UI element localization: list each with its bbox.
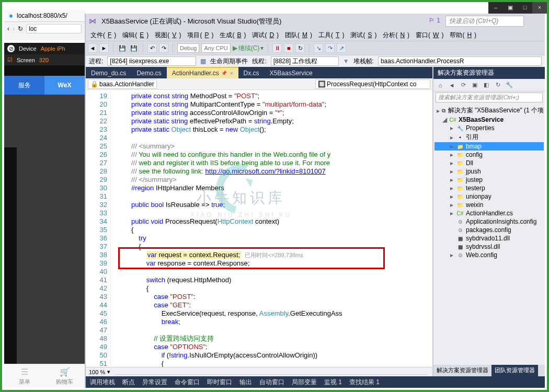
tree-item[interactable]: Dll <box>466 159 473 167</box>
member-combo[interactable]: 🔲 ProcessRequest(HttpContext co <box>315 79 430 89</box>
showall-icon[interactable]: ◧ <box>482 80 491 90</box>
menu-debug[interactable]: 调试(D) <box>249 30 281 40</box>
props-icon[interactable]: 🔧 <box>505 80 514 90</box>
tree-item[interactable]: weixin <box>466 201 483 209</box>
foot-exceptions[interactable]: 异常设置 <box>142 378 167 387</box>
solution-search-input[interactable]: 搜索解决方案资源管理器(Ctrl+;) <box>436 93 543 102</box>
undo-icon[interactable]: ↶ <box>147 43 157 53</box>
expand-icon[interactable]: ▸ <box>437 107 440 114</box>
tab-demo[interactable]: Demo.cs <box>131 68 166 78</box>
menu-file[interactable]: 文件(F) <box>88 30 119 40</box>
continue-button[interactable]: ▶ 继续(C) ▾ <box>233 44 264 53</box>
solution-root[interactable]: 解决方案 "X5BaasService" (1 个项 <box>448 106 544 115</box>
nav-back-icon[interactable]: ‹ <box>7 25 9 32</box>
redo-icon[interactable]: ↷ <box>159 43 168 53</box>
pin-icon[interactable]: 📌 <box>221 71 227 76</box>
pause-icon[interactable]: ⏸ <box>272 43 282 53</box>
min-icon[interactable]: – <box>488 2 503 14</box>
process-combo[interactable]: [8264] iisexpress.exe <box>107 56 196 66</box>
foot-immediate[interactable]: 即时窗口 <box>207 378 232 387</box>
sync-icon[interactable]: ⟳ <box>459 80 468 90</box>
nav-fwd-icon[interactable]: › <box>13 25 15 32</box>
url-input[interactable]: loc <box>26 24 82 33</box>
tab-solution-explorer[interactable]: 解决方案资源管理器 <box>433 365 491 376</box>
nav-menu[interactable]: ☰菜单 <box>4 364 44 388</box>
tab-wex[interactable]: WeX <box>44 76 85 95</box>
tree-item[interactable]: testerp <box>466 185 485 192</box>
device-model[interactable]: Apple iPh <box>41 45 65 52</box>
menu-help[interactable]: 帮助(H) <box>447 30 479 40</box>
foot-watch[interactable]: 监视 1 <box>324 378 342 387</box>
tree-item[interactable]: Properties <box>466 124 495 132</box>
foot-locals[interactable]: 局部变量 <box>292 378 317 387</box>
check-icon[interactable]: ☑ <box>7 56 13 63</box>
nav-reload-icon[interactable]: ↻ <box>18 25 23 32</box>
home-icon[interactable]: ⌂ <box>436 80 445 90</box>
tree-item[interactable]: justep <box>466 176 483 183</box>
screen-width[interactable]: 320 <box>39 57 49 63</box>
stop-icon[interactable]: ■ <box>284 43 293 53</box>
save-icon[interactable]: 💾 <box>118 43 127 53</box>
max-icon[interactable]: □ <box>518 2 532 14</box>
tab-dx[interactable]: Dx.cs <box>238 68 265 78</box>
step-into-icon[interactable]: ↘ <box>314 43 323 53</box>
config-combo[interactable]: Debug <box>177 43 199 53</box>
foot-breakpoints[interactable]: 断点 <box>122 378 135 387</box>
foot-autos[interactable]: 自动窗口 <box>259 378 284 387</box>
tree-item[interactable]: config <box>466 151 483 158</box>
collapse-icon[interactable]: ▣ <box>470 80 479 90</box>
h-scrollbar[interactable] <box>115 370 427 375</box>
foot-find[interactable]: 查找结果 1 <box>349 378 380 387</box>
step-out-icon[interactable]: ↗ <box>337 43 346 53</box>
nav-fwd-icon[interactable]: ► <box>99 43 109 53</box>
stackframe-combo[interactable]: baas.ActionHandler.ProcessR <box>378 56 542 66</box>
menu-project[interactable]: 项目(P) <box>185 30 216 40</box>
zoom-combo[interactable]: 100 % <box>89 369 105 375</box>
thread-combo[interactable]: [8828] 工作线程 <box>271 56 339 66</box>
lifecycle-icon[interactable]: ▦ <box>200 57 206 65</box>
tab-service[interactable]: 服务 <box>4 76 44 95</box>
foot-command[interactable]: 命令窗口 <box>175 378 200 387</box>
tree-item[interactable]: sybdrvssl.dll <box>466 243 500 250</box>
restore-icon[interactable]: ▣ <box>503 2 518 14</box>
notification-flag-icon[interactable]: 🏳 1 <box>429 17 440 24</box>
platform-combo[interactable]: Any CPU <box>201 43 230 53</box>
tree-item[interactable]: 引用 <box>466 133 478 142</box>
menu-build[interactable]: 生成(B) <box>217 30 248 40</box>
expand-icon[interactable]: ◢ <box>442 116 447 123</box>
quick-launch-input[interactable]: 快速启动 (Ctrl+Q) <box>445 16 524 27</box>
vs-titlebar[interactable]: ⋈ X5BaasService (正在调试) - Microsoft Visua… <box>86 14 545 29</box>
refresh-icon[interactable]: ↻ <box>493 80 502 90</box>
class-combo[interactable]: 🔒 baas.ActionHandler <box>88 79 157 89</box>
tree-item[interactable]: jpush <box>466 168 481 175</box>
dropdown-icon[interactable]: ▾ <box>107 368 110 375</box>
menu-edit[interactable]: 编辑(E) <box>120 30 151 40</box>
restart-icon[interactable]: ↻ <box>295 43 305 53</box>
saveall-icon[interactable]: 💾 <box>129 43 139 53</box>
menu-view[interactable]: 视图(V) <box>152 30 184 40</box>
tab-x5baas[interactable]: X5BaasService <box>265 68 318 78</box>
tree-item[interactable]: unionpay <box>466 193 491 200</box>
tree-item[interactable]: ActionHandler.cs <box>466 210 513 217</box>
code-editor[interactable]: 19 20 21 22 23 24 25 26 27 28 29 30 31 3… <box>86 90 432 367</box>
tree-item[interactable]: bmap <box>466 143 482 150</box>
menu-tools[interactable]: 工具(T) <box>316 30 347 40</box>
filter-icon[interactable]: ▼ <box>343 57 349 65</box>
menu-window[interactable]: 窗口(W) <box>413 30 446 40</box>
tab-actionhandler[interactable]: ActionHandler.cs📌× <box>167 67 238 78</box>
tree-item[interactable]: sybdrvado11.dll <box>466 235 510 242</box>
nav-back-icon[interactable]: ◄ <box>88 43 97 53</box>
tree-item[interactable]: packages.config <box>466 226 511 234</box>
tree-item[interactable]: ApplicationInsights.config <box>466 218 536 225</box>
project-node[interactable]: X5BaasService <box>459 116 504 123</box>
lifecycle-label[interactable]: 生命周期事件 <box>210 57 248 66</box>
foot-callstack[interactable]: 调用堆栈 <box>90 378 115 387</box>
tree-item[interactable]: Web.config <box>466 251 497 259</box>
step-over-icon[interactable]: ↷ <box>325 43 335 53</box>
menu-analyze[interactable]: 分析(N) <box>380 30 412 40</box>
nav-cart[interactable]: 🛒购物车 <box>44 364 85 388</box>
tab-demo-do[interactable]: Demo_do.cs <box>86 68 131 78</box>
tab-team-explorer[interactable]: 团队资源管理器 <box>491 365 538 376</box>
solution-tree[interactable]: ▸⧉解决方案 "X5BaasService" (1 个项 ◢C#X5BaasSe… <box>433 103 545 365</box>
foot-output[interactable]: 输出 <box>239 378 252 387</box>
